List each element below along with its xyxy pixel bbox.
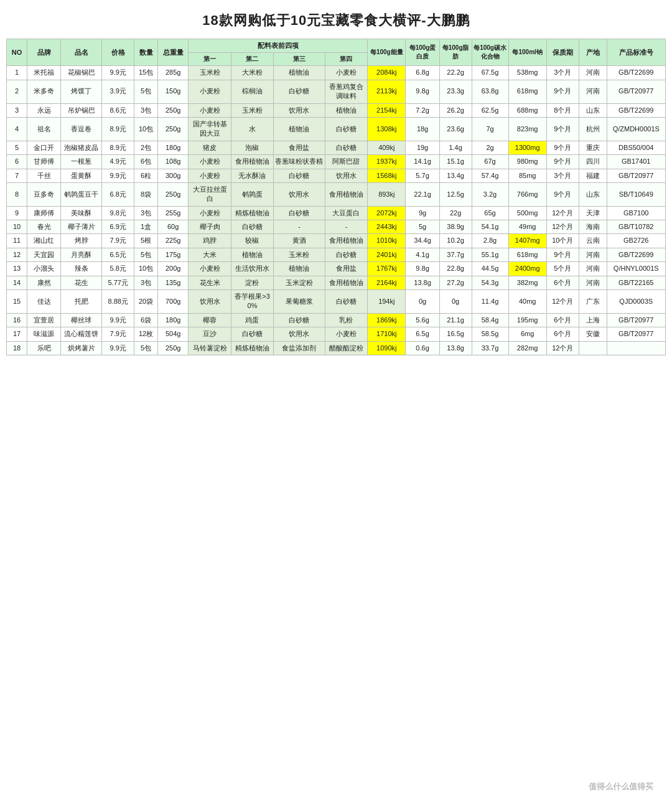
cell-name: 椰子薄片	[61, 220, 102, 234]
cell-carb: 65g	[472, 206, 508, 220]
cell-ing2: 鸡蛋	[231, 313, 273, 327]
cell-origin: 山东	[579, 182, 607, 206]
cell-protein: 5.7g	[406, 169, 439, 182]
cell-protein: 22.1g	[406, 182, 439, 206]
cell-fat: 13.8g	[439, 341, 472, 355]
cell-std: GB/T20977	[607, 313, 666, 327]
cell-shelf: 12个月	[546, 206, 579, 220]
cell-std: Q/ZMDH0001S	[607, 117, 666, 141]
cell-ing1: 饮用水	[189, 290, 231, 314]
header-ing1: 第一	[189, 53, 231, 66]
cell-weight: 108g	[157, 155, 189, 169]
header-no: NO	[7, 39, 27, 66]
cell-ing1: 鸡脖	[189, 234, 231, 248]
cell-ing1: 椰蓉	[189, 313, 231, 327]
cell-brand: 康然	[27, 276, 61, 289]
cell-std: GB7100	[607, 206, 666, 220]
cell-carb: 7g	[472, 117, 508, 141]
cell-ing2: 水	[231, 117, 273, 141]
cell-brand: 佳达	[27, 290, 61, 314]
cell-ing2: 泡椒	[231, 141, 273, 154]
cell-qty: 1盒	[134, 220, 158, 234]
cell-protein: 6.5g	[406, 327, 439, 341]
cell-fat: 22g	[439, 206, 472, 220]
cell-brand: 乐吧	[27, 341, 61, 355]
cell-fat: 22.8g	[439, 262, 472, 276]
cell-ing3: 植物油	[274, 66, 325, 80]
cell-ing2: 较椒	[231, 234, 273, 248]
header-name: 品名	[61, 39, 102, 66]
cell-qty: 3包	[134, 276, 158, 289]
cell-no: 10	[7, 220, 27, 234]
cell-ing2: 无水酥油	[231, 169, 273, 182]
cell-carb: 3.2g	[472, 182, 508, 206]
cell-qty: 6袋	[134, 313, 158, 327]
cell-origin: 河南	[579, 262, 607, 276]
cell-fat: 23.6g	[439, 117, 472, 141]
cell-no: 11	[7, 234, 27, 248]
cell-price: 5.8元	[102, 262, 134, 276]
cell-ing3: 玉米淀粉	[274, 276, 325, 289]
table-row: 4祖名香逗卷8.9元10包250g国产非转基因大豆水植物油白砂糖1308kj18…	[7, 117, 666, 141]
cell-price: 7.9元	[102, 327, 134, 341]
cell-carb: 2.8g	[472, 234, 508, 248]
cell-no: 13	[7, 262, 27, 276]
cell-ing2: 精炼植物油	[231, 206, 273, 220]
cell-origin: 河南	[579, 66, 607, 80]
cell-sodium: 49mg	[508, 220, 546, 234]
cell-price: 9.9元	[102, 313, 134, 327]
cell-carb: 2g	[472, 141, 508, 154]
cell-qty: 5包	[134, 80, 158, 103]
cell-protein: 4.1g	[406, 248, 439, 261]
cell-origin	[579, 341, 607, 355]
cell-shelf: 6个月	[546, 276, 579, 289]
cell-weight: 300g	[157, 169, 189, 182]
cell-weight: 285g	[157, 66, 189, 80]
cell-weight: 175g	[157, 248, 189, 261]
cell-weight: 250g	[157, 182, 189, 206]
cell-fat: 0g	[439, 290, 472, 314]
header-ingredients: 配料表前四项	[189, 39, 368, 53]
cell-origin: 安徽	[579, 327, 607, 341]
table-row: 12天宜园月亮酥6.5元5包175g大米植物油玉米粉白砂糖2401kj4.1g3…	[7, 248, 666, 261]
table-row: 6甘师傅一根葱4.9元6包108g小麦粉食用植物油香葱味粉状香精阿斯巴甜1937…	[7, 155, 666, 169]
table-body: 1米托福花椒锅巴9.9元15包285g玉米粉大米粉植物油小麦粉2084kj6.8…	[7, 66, 666, 355]
cell-qty: 6包	[134, 155, 158, 169]
cell-ing1: 椰子肉	[189, 220, 231, 234]
cell-std: GB/T22699	[607, 248, 666, 261]
cell-ing4: 食用植物油	[325, 182, 367, 206]
cell-energy: 2443kj	[368, 220, 406, 234]
cell-protein: 6.8g	[406, 66, 439, 80]
cell-ing1: 小麦粉	[189, 262, 231, 276]
cell-std: GB/T20977	[607, 327, 666, 341]
cell-brand: 甘师傅	[27, 155, 61, 169]
cell-std: QJD0003S	[607, 290, 666, 314]
cell-ing4: 食用盐	[325, 262, 367, 276]
cell-no: 6	[7, 155, 27, 169]
cell-ing4: 白砂糖	[325, 117, 367, 141]
cell-protein: 9.8g	[406, 80, 439, 103]
cell-origin: 杭州	[579, 117, 607, 141]
cell-ing3: 白砂糖	[274, 169, 325, 182]
cell-ing1: 豆沙	[189, 327, 231, 341]
cell-weight: 250g	[157, 103, 189, 117]
cell-sodium: 85mg	[508, 169, 546, 182]
cell-qty: 15包	[134, 66, 158, 80]
cell-energy: 2164kj	[368, 276, 406, 289]
table-row: 7千丝蛋黄酥9.9元6粒300g小麦粉无水酥油白砂糖饮用水1568kj5.7g1…	[7, 169, 666, 182]
cell-ing3: 白砂糖	[274, 80, 325, 103]
cell-fat: 10.2g	[439, 234, 472, 248]
cell-ing4: 食用植物油	[325, 276, 367, 289]
cell-fat: 13.4g	[439, 169, 472, 182]
cell-ing4: 小麦粉	[325, 66, 367, 80]
cell-name: 鹌鹑蛋豆干	[61, 182, 102, 206]
cell-weight: 200g	[157, 262, 189, 276]
cell-ing2: 淀粉	[231, 276, 273, 289]
cell-origin: 福建	[579, 169, 607, 182]
cell-qty: 5包	[134, 341, 158, 355]
cell-shelf: 3个月	[546, 66, 579, 80]
cell-no: 15	[7, 290, 27, 314]
cell-ing3: 植物油	[274, 262, 325, 276]
cell-ing4: 香葱鸡复合调味料	[325, 80, 367, 103]
cell-price: 6.9元	[102, 220, 134, 234]
